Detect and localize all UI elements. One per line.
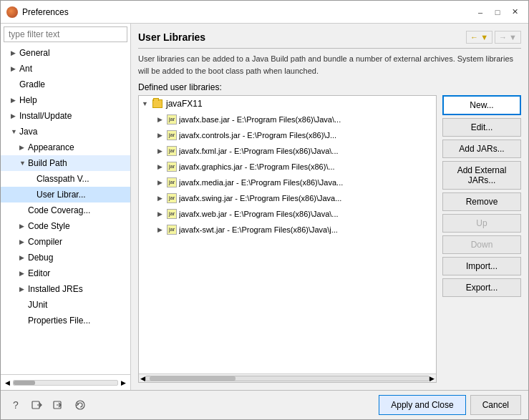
sidebar-item-label: JUnit (28, 298, 47, 311)
maximize-button[interactable]: □ (490, 4, 505, 20)
up-button[interactable]: Up (442, 214, 521, 233)
scroll-left-arrow[interactable]: ◀ (4, 379, 11, 386)
sidebar-item-general[interactable]: ▶ General (1, 45, 130, 61)
sidebar-item-label: Install/Update (19, 109, 72, 122)
h-scroll-track (145, 376, 429, 381)
sidebar-item-classpath-variables[interactable]: Classpath V... (1, 171, 130, 187)
chevron-icon: ▶ (11, 62, 18, 75)
sidebar-item-build-path[interactable]: ▼ Build Path (1, 155, 130, 171)
jar-label: javafx.web.jar - E:\Program Files(x86)\J… (179, 207, 339, 220)
sidebar-item-label: Installed JREs (28, 283, 83, 296)
minimize-button[interactable]: – (472, 4, 488, 20)
sidebar-item-ant[interactable]: ▶ Ant (1, 61, 130, 77)
sidebar-item-label: Appearance (28, 141, 74, 154)
jar-label: javafx.base.jar - E:\Program Files(x86)\… (179, 113, 341, 126)
sidebar-item-debug[interactable]: ▶ Debug (1, 250, 130, 265)
forward-button[interactable]: → ▼ (495, 31, 521, 44)
sidebar-item-editor[interactable]: ▶ Editor (1, 265, 130, 281)
sidebar-item-code-style[interactable]: ▶ Code Style (1, 218, 130, 234)
sidebar-item-junit[interactable]: JUnit (1, 297, 130, 313)
import-button[interactable]: Import... (442, 257, 521, 275)
chevron-icon: ▶ (19, 220, 26, 233)
lib-chevron-icon: ▼ (142, 97, 149, 110)
sidebar-item-label: Code Coverag... (28, 204, 90, 217)
jar-label: javafx-swt.jar - E:\Program Files(x86)\J… (179, 223, 338, 236)
jar-icon: jar (167, 209, 177, 219)
sidebar-item-properties-file[interactable]: Properties File... (1, 313, 130, 328)
button-panel: New... Edit... Add JARs... Add External … (442, 95, 521, 383)
lib-jar-chevron: ▶ (157, 129, 165, 142)
scroll-right-arrow[interactable]: ▶ (120, 379, 127, 386)
sidebar-item-install-update[interactable]: ▶ Install/Update (1, 108, 130, 124)
back-button[interactable]: ← ▼ (466, 31, 492, 44)
lib-root-item[interactable]: ▼ javaFX11 (139, 96, 436, 112)
lib-jar-item[interactable]: ▶ jar javafx.graphics.jar - E:\Program F… (139, 159, 436, 175)
lib-jar-item[interactable]: ▶ jar javafx.media.jar - E:\Program File… (139, 175, 436, 190)
help-icon[interactable]: ? (8, 397, 24, 413)
sidebar-item-label: Java (19, 125, 37, 138)
h-scroll-thumb (150, 376, 236, 381)
sidebar-item-java[interactable]: ▼ Java (1, 124, 130, 140)
sidebar: ▶ General ▶ Ant Gradle ▶ Help (1, 24, 131, 390)
defined-label: Defined user libraries: (138, 82, 521, 92)
jar-icon: jar (167, 114, 177, 124)
panel-title: User Libraries (138, 31, 205, 43)
chevron-icon: ▶ (19, 235, 26, 248)
content-area: ▶ General ▶ Ant Gradle ▶ Help (1, 24, 528, 390)
restore-defaults-icon[interactable] (72, 397, 88, 413)
jar-label: javafx.media.jar - E:\Program Files(x86)… (179, 176, 343, 189)
import-preferences-icon[interactable] (29, 397, 45, 413)
jar-icon: jar (167, 162, 177, 172)
sidebar-item-compiler[interactable]: ▶ Compiler (1, 234, 130, 250)
lib-jar-chevron: ▶ (157, 192, 165, 205)
panel-description: User libraries can be added to a Java Bu… (138, 53, 521, 77)
sidebar-horizontal-scrollbar[interactable]: ◀ ▶ (1, 374, 130, 390)
lib-jar-item[interactable]: ▶ jar javafx-swt.jar - E:\Program Files(… (139, 222, 436, 238)
edit-button[interactable]: Edit... (442, 118, 521, 137)
lib-jar-chevron: ▶ (157, 176, 165, 189)
sidebar-item-label: General (19, 47, 50, 59)
lib-jar-item[interactable]: ▶ jar javafx.fxml.jar - E:\Program Files… (139, 143, 436, 159)
new-button[interactable]: New... (442, 95, 521, 115)
library-horizontal-scrollbar[interactable]: ◀ ▶ (139, 373, 436, 382)
remove-button[interactable]: Remove (442, 192, 521, 211)
title-bar: Preferences – □ ✕ (1, 1, 528, 24)
sidebar-item-user-libraries[interactable]: User Librar... (1, 187, 130, 202)
export-preferences-icon[interactable] (51, 397, 67, 413)
jar-icon: jar (167, 177, 177, 187)
lib-jar-item[interactable]: ▶ jar javafx.swing.jar - E:\Program File… (139, 190, 436, 206)
cancel-button[interactable]: Cancel (470, 395, 521, 415)
add-external-jars-button[interactable]: Add External JARs... (442, 161, 521, 190)
h-scroll-left-arrow[interactable]: ◀ (140, 375, 145, 382)
sidebar-item-label: Compiler (28, 235, 62, 248)
sidebar-item-gradle[interactable]: Gradle (1, 77, 130, 92)
h-scroll-right-arrow[interactable]: ▶ (429, 375, 435, 382)
filter-input[interactable] (4, 26, 127, 42)
sidebar-item-appearance[interactable]: ▶ Appearance (1, 140, 130, 155)
jar-icon: jar (167, 146, 177, 156)
sidebar-item-label: Classpath V... (37, 172, 89, 185)
down-button[interactable]: Down (442, 235, 521, 254)
export-button[interactable]: Export... (442, 278, 521, 297)
sidebar-item-label: Debug (28, 251, 53, 264)
jar-icon: jar (167, 225, 177, 235)
scroll-track (13, 380, 118, 386)
lib-jar-item[interactable]: ▶ jar javafx.base.jar - E:\Program Files… (139, 112, 436, 127)
main-panel: User Libraries ← ▼ → ▼ User libraries ca… (131, 24, 528, 390)
sidebar-item-installed-jres[interactable]: ▶ Installed JREs (1, 281, 130, 297)
sidebar-item-help[interactable]: ▶ Help (1, 92, 130, 108)
lib-jar-item[interactable]: ▶ jar javafx.web.jar - E:\Program Files(… (139, 206, 436, 222)
lib-jar-chevron: ▶ (157, 113, 165, 126)
chevron-icon: ▶ (11, 94, 18, 107)
jar-label: javafx.graphics.jar - E:\Program Files(x… (179, 160, 335, 173)
close-button[interactable]: ✕ (507, 4, 523, 20)
add-jars-button[interactable]: Add JARs... (442, 140, 521, 158)
apply-and-close-button[interactable]: Apply and Close (379, 395, 465, 415)
lib-jar-item[interactable]: ▶ jar javafx.controls.jar - E:\Program F… (139, 127, 436, 143)
chevron-icon: ▶ (11, 47, 18, 59)
sidebar-item-label: Code Style (28, 220, 70, 233)
library-tree-content: ▼ javaFX11 ▶ jar javafx.base.jar - E:\Pr… (139, 96, 436, 373)
sidebar-item-code-coverage[interactable]: Code Coverag... (1, 202, 130, 218)
lib-jar-chevron: ▶ (157, 223, 165, 236)
library-tree[interactable]: ▼ javaFX11 ▶ jar javafx.base.jar - E:\Pr… (138, 95, 437, 383)
